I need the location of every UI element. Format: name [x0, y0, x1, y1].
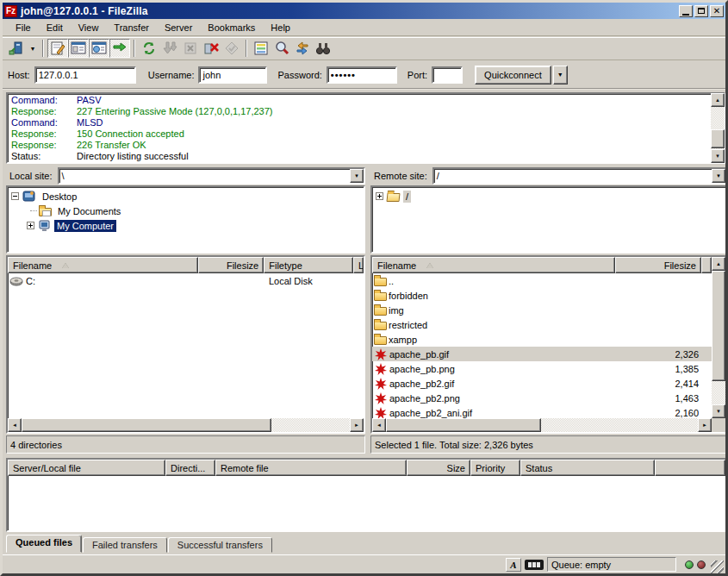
local-site-combo[interactable]: \ ▼ [58, 167, 365, 185]
local-site-dropdown[interactable]: ▼ [350, 169, 364, 183]
tab-queued-files[interactable]: Queued files [6, 535, 82, 553]
collapse-toggle[interactable] [11, 192, 19, 200]
remote-file-row[interactable]: apache_pb2.png 1,463 [372, 391, 712, 405]
scroll-down-button[interactable]: ▼ [711, 149, 725, 163]
scroll-right-button[interactable]: ► [698, 418, 712, 432]
site-manager-dropdown[interactable]: ▼ [27, 39, 39, 58]
scrollbar-thumb[interactable] [22, 418, 271, 432]
expand-toggle[interactable] [376, 192, 383, 200]
remote-vertical-scrollbar[interactable]: ▲ ▼ [712, 257, 725, 418]
username-input[interactable] [198, 66, 267, 84]
remote-file-row[interactable]: apache_pb.png 1,385 [372, 361, 712, 376]
chevron-down-icon: ▼ [716, 173, 721, 178]
find-files-button[interactable] [313, 39, 333, 58]
quickconnect-dropdown[interactable]: ▼ [553, 66, 568, 85]
scroll-left-button[interactable]: ◄ [8, 418, 22, 432]
column-header-filesize[interactable]: Filesize [198, 257, 264, 273]
scroll-right-button[interactable]: ► [350, 418, 364, 432]
column-header-status[interactable]: Status [520, 460, 655, 476]
scroll-up-button[interactable]: ▲ [711, 93, 725, 107]
message-log-body[interactable]: Command:PASV Response:227 Entering Passi… [6, 92, 725, 164]
column-header-remote-file[interactable]: Remote file [215, 460, 407, 476]
scrollbar-thumb[interactable] [711, 129, 725, 148]
reconnect-button[interactable] [221, 39, 242, 58]
tab-failed-transfers[interactable]: Failed transfers [83, 537, 167, 553]
remote-file-row[interactable]: .. [372, 273, 712, 288]
toggle-remote-tree-button[interactable] [89, 39, 109, 58]
local-horizontal-scrollbar[interactable]: ◄ ► [8, 418, 364, 432]
toggle-transfer-queue-button[interactable] [109, 39, 130, 58]
scrollbar-thumb[interactable] [712, 271, 725, 381]
tree-item-desktop[interactable]: Desktop [11, 189, 364, 203]
view-hidden-files-button[interactable] [292, 39, 313, 58]
quickconnect-button[interactable]: Quickconnect [475, 66, 551, 85]
password-input[interactable] [327, 66, 397, 84]
message-log-icon [50, 41, 65, 56]
maximize-icon [698, 8, 705, 14]
menu-file[interactable]: File [8, 20, 39, 35]
column-header-filetype[interactable]: Filetype [264, 257, 353, 273]
tree-item-my-computer[interactable]: My Computer [11, 218, 364, 233]
tab-successful-transfers[interactable]: Successful transfers [168, 537, 272, 553]
speed-limit-icon[interactable] [525, 560, 544, 570]
menu-bookmarks[interactable]: Bookmarks [200, 20, 263, 35]
title-bar[interactable]: Fz john@127.0.0.1 - FileZilla ✕ [3, 3, 725, 19]
local-file-list: Filename Filesize Filetype L C: Local Di… [6, 255, 365, 434]
remote-horizontal-scrollbar[interactable]: ◄ ► [372, 418, 712, 432]
resize-grip[interactable] [711, 560, 724, 573]
remote-file-row[interactable]: forbidden [372, 288, 712, 303]
local-file-row[interactable]: C: Local Disk [8, 273, 364, 288]
window-title: john@127.0.0.1 - FileZilla [21, 5, 679, 17]
scroll-up-button[interactable]: ▲ [712, 257, 725, 271]
column-header-filename[interactable]: Filename [372, 257, 615, 273]
column-header-direction[interactable]: Directi... [165, 460, 215, 476]
cancel-operation-button[interactable] [180, 39, 201, 58]
synchronized-browsing-button[interactable] [271, 39, 292, 58]
remote-site-label: Remote site: [370, 171, 432, 181]
disconnect-button[interactable] [201, 39, 221, 58]
column-header-priority[interactable]: Priority [470, 460, 520, 476]
log-line: Response:150 Connection accepted [11, 128, 724, 140]
scroll-down-button[interactable]: ▼ [712, 404, 725, 418]
column-header-filesize[interactable]: Filesize [615, 257, 701, 273]
close-button[interactable]: ✕ [710, 5, 724, 17]
menu-server[interactable]: Server [157, 20, 200, 35]
port-input[interactable] [432, 66, 463, 84]
scrollbar-thumb[interactable] [386, 418, 541, 432]
minimize-button[interactable] [679, 5, 693, 17]
log-vertical-scrollbar[interactable]: ▲ ▼ [711, 93, 725, 163]
remote-site-combo[interactable]: / ▼ [432, 167, 727, 185]
remote-file-row[interactable]: restricted [372, 317, 712, 332]
column-header-last-modified[interactable]: L [353, 257, 364, 273]
column-header-server-local-file[interactable]: Server/Local file [8, 460, 165, 476]
tree-item-my-documents[interactable]: My Documents [11, 203, 364, 218]
remote-file-row-selected[interactable]: apache_pb.gif 2,326 [372, 347, 712, 361]
file-size: 2,326 [617, 347, 703, 361]
directory-comparison-button[interactable] [251, 39, 271, 58]
remote-file-row[interactable]: xampp [372, 332, 712, 347]
column-header-size[interactable]: Size [407, 460, 470, 476]
remote-file-row[interactable]: img [372, 303, 712, 317]
menu-edit[interactable]: Edit [39, 20, 71, 35]
transfer-type-indicator[interactable]: A [506, 558, 521, 572]
site-manager-button[interactable] [6, 39, 27, 58]
refresh-button[interactable] [139, 39, 159, 58]
scroll-left-button[interactable]: ◄ [372, 418, 386, 432]
queue-body[interactable] [8, 477, 725, 530]
tree-item-root[interactable]: / [376, 189, 725, 203]
host-input[interactable] [34, 66, 136, 84]
maximize-button[interactable] [694, 5, 708, 17]
synchronized-browsing-icon [274, 41, 289, 56]
menu-transfer[interactable]: Transfer [106, 20, 157, 35]
remote-selection-summary: Selected 1 file. Total size: 2,326 bytes [375, 440, 533, 450]
menu-help[interactable]: Help [263, 20, 298, 35]
process-queue-button[interactable] [159, 39, 180, 58]
toggle-local-tree-button[interactable] [68, 39, 89, 58]
menu-view[interactable]: View [71, 20, 107, 35]
remote-file-row[interactable]: apache_pb2.gif 2,414 [372, 376, 712, 391]
file-size [199, 273, 264, 288]
column-header-filename[interactable]: Filename [8, 257, 198, 273]
remote-site-dropdown[interactable]: ▼ [712, 169, 725, 183]
expand-toggle[interactable] [27, 222, 34, 229]
toggle-message-log-button[interactable] [47, 39, 68, 58]
